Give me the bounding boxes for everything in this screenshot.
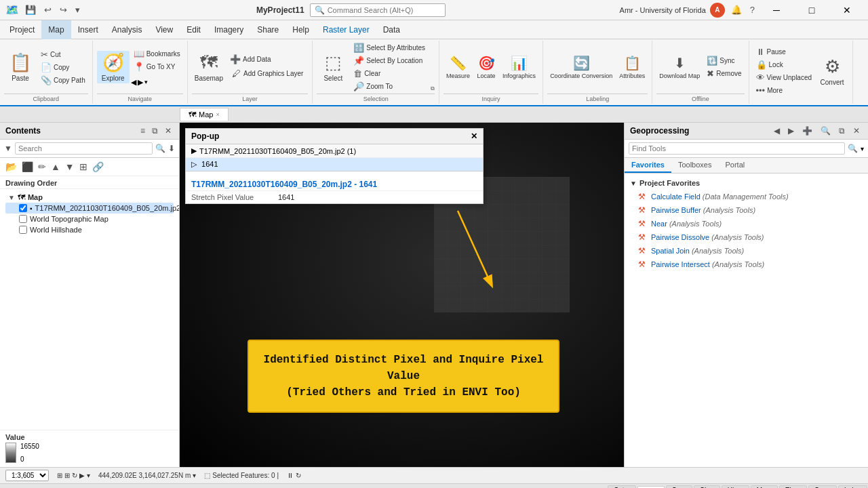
- geo-forward-button[interactable]: ▶: [785, 125, 797, 136]
- raster-layer-item[interactable]: ▪ T17RMM_20211030T160409_B05_20m.jp2: [5, 203, 174, 214]
- lock-button[interactable]: 🔒 Lock: [753, 59, 815, 70]
- more-button[interactable]: ••• More: [753, 85, 815, 96]
- btab-4[interactable]: His...: [722, 485, 749, 488]
- clear-button[interactable]: 🗑 Clear: [351, 68, 428, 79]
- move-down-button[interactable]: ▼: [64, 160, 76, 174]
- help-icon[interactable]: ?: [748, 3, 757, 17]
- selection-expand-icon[interactable]: ⧉: [431, 85, 435, 92]
- attributes-button[interactable]: 📋 Attributes: [616, 54, 648, 81]
- contents-float-button[interactable]: ⧉: [150, 125, 160, 136]
- geo-tool-calculate-field[interactable]: ⚒ Calculate Field (Data Management Tools…: [625, 190, 868, 203]
- geo-float-button[interactable]: ⧉: [836, 125, 848, 136]
- command-search-input[interactable]: [328, 6, 436, 14]
- world-topo-checkbox[interactable]: [19, 215, 27, 223]
- geo-back-button[interactable]: ◀: [771, 125, 783, 136]
- menu-project[interactable]: Project: [3, 20, 41, 39]
- geo-tool-spatial-join[interactable]: ⚒ Spatial Join (Analysis Tools): [625, 244, 868, 258]
- undo-icon[interactable]: ↩: [42, 3, 54, 17]
- tab-close-icon[interactable]: ×: [216, 111, 219, 118]
- geo-tab-portal[interactable]: Portal: [718, 158, 751, 173]
- select-button[interactable]: ⬚ Select: [317, 51, 349, 83]
- popup-expand-icon[interactable]: ▶: [191, 146, 197, 155]
- add-graphics-layer-button[interactable]: 🖊 Add Graphics Layer: [227, 66, 308, 81]
- sort-icon[interactable]: ⬇: [168, 144, 175, 153]
- close-button[interactable]: ✕: [831, 0, 863, 20]
- cut-button[interactable]: ✂ Cut: [38, 49, 88, 60]
- view-unplaced-button[interactable]: 👁 View Unplaced: [753, 72, 815, 83]
- maximize-button[interactable]: □: [796, 0, 827, 20]
- list-view-button[interactable]: 📂: [4, 160, 18, 174]
- raster-layer-checkbox[interactable]: [19, 204, 27, 212]
- thumbnail-view-button[interactable]: ⬛: [20, 160, 35, 174]
- remove-button[interactable]: ✖ Remove: [704, 68, 744, 79]
- map-area[interactable]: Pop-up ✕ ▶ T17RMM_20211030T160409_B05_20…: [180, 123, 624, 467]
- bookmarks-button[interactable]: 📖 Bookmarks: [131, 48, 183, 60]
- unlink-button[interactable]: 🔗: [91, 160, 105, 174]
- geo-section-project-favorites[interactable]: ▼ Project Favorites: [625, 176, 868, 190]
- grid-icon[interactable]: ⊞: [57, 472, 62, 479]
- geo-tab-toolboxes[interactable]: Toolboxes: [671, 158, 719, 173]
- menu-imagery[interactable]: Imagery: [208, 20, 250, 39]
- world-hillshade-checkbox[interactable]: [19, 226, 27, 234]
- contents-search-input[interactable]: [15, 142, 153, 155]
- coordinates-dropdown[interactable]: ▾: [193, 472, 196, 479]
- menu-insert[interactable]: Insert: [71, 20, 105, 39]
- btab-6[interactable]: Ele...: [779, 485, 807, 488]
- popup-expand-icon2[interactable]: ▷: [191, 160, 197, 168]
- copy-button[interactable]: 📄 Copy: [38, 62, 88, 73]
- download-map-button[interactable]: ⬇ Download Map: [656, 54, 703, 81]
- geo-tool-near[interactable]: ⚒ Near (Analysis Tools): [625, 217, 868, 230]
- geo-tool-pairwise-intersect[interactable]: ⚒ Pairwise Intersect (Analysis Tools): [625, 258, 868, 271]
- btab-1[interactable]: Ge...: [637, 486, 665, 489]
- save-icon[interactable]: 💾: [23, 3, 38, 17]
- add-data-button[interactable]: ➕ Add Data: [227, 54, 308, 65]
- go-to-xy-button[interactable]: 📍 Go To XY: [131, 61, 183, 73]
- menu-edit[interactable]: Edit: [180, 20, 208, 39]
- scale-selector[interactable]: 1:3,605: [5, 470, 49, 481]
- geo-search-icon[interactable]: 🔍: [848, 144, 858, 153]
- search-icon[interactable]: 🔍: [155, 144, 165, 153]
- map-expand-arrow[interactable]: ▼: [8, 194, 15, 201]
- edit-layer-button[interactable]: ✏: [37, 160, 47, 174]
- geo-tool-pairwise-buffer[interactable]: ⚒ Pairwise Buffer (Analysis Tools): [625, 203, 868, 217]
- command-search-box[interactable]: 🔍: [310, 3, 446, 17]
- pause-button[interactable]: ⏸ Pause: [753, 46, 815, 58]
- customize-icon[interactable]: ▾: [73, 3, 82, 17]
- btab-0[interactable]: Cat...: [608, 485, 636, 488]
- menu-raster-layer[interactable]: Raster Layer: [316, 20, 376, 39]
- rotate-icon[interactable]: ↻: [72, 472, 77, 479]
- group-button[interactable]: ⊞: [78, 160, 89, 174]
- filter-icon[interactable]: ▼: [4, 144, 12, 153]
- menu-map[interactable]: Map: [41, 20, 71, 39]
- menu-share[interactable]: Share: [250, 20, 285, 39]
- geo-search-dropdown[interactable]: ▾: [861, 145, 864, 152]
- coordinate-conversion-button[interactable]: 🔄 Coordinate Conversion: [547, 54, 615, 81]
- geo-search-input[interactable]: [629, 142, 845, 155]
- geo-add-button[interactable]: ➕: [800, 125, 815, 136]
- btab-5[interactable]: Mo...: [751, 485, 778, 488]
- map-root-item[interactable]: ▼ 🗺 Map: [5, 192, 174, 203]
- menu-view[interactable]: View: [149, 20, 180, 39]
- grid-icon2[interactable]: ⊞: [64, 472, 70, 479]
- geo-tool-pairwise-dissolve[interactable]: ⚒ Pairwise Dissolve (Analysis Tools): [625, 230, 868, 244]
- world-hillshade-item[interactable]: World Hillshade: [5, 224, 174, 235]
- select-by-attributes-button[interactable]: 🔠 Select By Attributes: [351, 42, 428, 54]
- menu-help[interactable]: Help: [285, 20, 316, 39]
- menu-data[interactable]: Data: [376, 20, 407, 39]
- btab-8[interactable]: Lab...: [838, 485, 867, 488]
- btab-2[interactable]: Co...: [666, 485, 692, 488]
- btab-3[interactable]: Ch...: [694, 485, 720, 488]
- basemap-button[interactable]: 🗺 Basemap: [192, 51, 226, 83]
- map-tab[interactable]: 🗺 Map ×: [180, 108, 229, 121]
- contents-close-button[interactable]: ✕: [163, 125, 174, 136]
- pause-status-icon[interactable]: ⏸: [287, 472, 294, 479]
- back-icon[interactable]: ◀: [131, 78, 136, 87]
- notification-icon[interactable]: 🔔: [729, 3, 744, 17]
- move-up-button[interactable]: ▲: [50, 160, 62, 174]
- convert-button[interactable]: ⚙ Convert: [816, 55, 848, 87]
- popup-close-icon[interactable]: ✕: [471, 131, 477, 141]
- measure-button[interactable]: 📏 Measure: [443, 54, 473, 81]
- dropdown-arrow[interactable]: ▾: [87, 472, 90, 479]
- explore-button[interactable]: 🧭 Explore: [97, 51, 130, 83]
- infographics-button[interactable]: 📊 Infographics: [500, 54, 538, 81]
